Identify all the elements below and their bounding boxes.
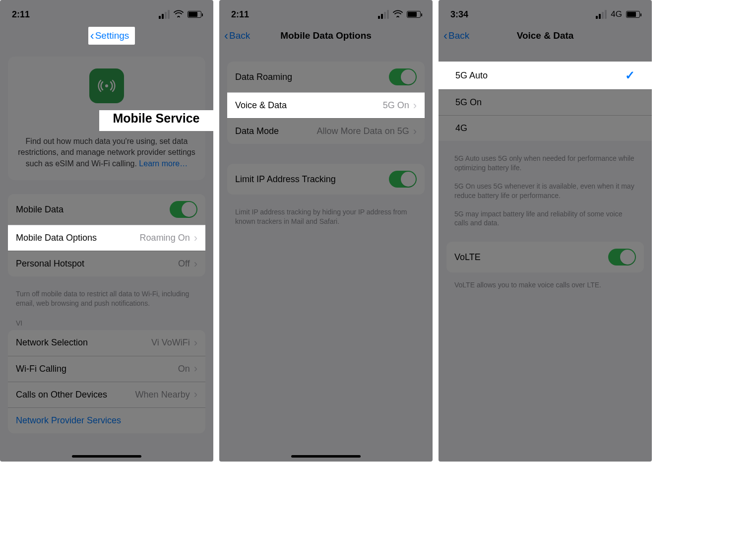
option-label: 4G	[455, 123, 635, 134]
personal-hotspot-value: Off	[178, 259, 190, 269]
option-5g-on[interactable]: 5G On	[439, 89, 652, 115]
volte-label: VoLTE	[454, 252, 608, 263]
status-bar: 2:11	[0, 0, 213, 25]
calls-other-label: Calls on Other Devices	[16, 390, 135, 400]
chevron-left-icon: ‹	[90, 30, 94, 42]
home-indicator	[72, 455, 141, 458]
data-roaming-label: Data Roaming	[235, 72, 389, 82]
hero-description: Find out how much data you're using, set…	[17, 136, 196, 169]
chevron-right-icon: ›	[194, 259, 197, 269]
nav-bar: ‹ Back Mobile Data Options	[219, 25, 433, 47]
footer-limit-ip: Limit IP address tracking by hiding your…	[219, 204, 433, 235]
learn-more-link[interactable]: Learn more…	[139, 159, 188, 168]
group-network: Network Selection Vi VoWiFi › Wi-Fi Call…	[8, 330, 205, 433]
mobile-data-label: Mobile Data	[16, 204, 170, 215]
data-mode-value: Allow More Data on 5G	[317, 126, 409, 136]
wifi-icon	[174, 10, 184, 19]
limit-ip-toggle[interactable]	[389, 171, 417, 188]
option-label: 5G On	[455, 97, 635, 108]
network-type: 4G	[611, 9, 622, 19]
back-label: Back	[448, 30, 469, 41]
hero-card: Mobile Service Find out how much data yo…	[8, 57, 205, 180]
chevron-right-icon: ›	[194, 337, 197, 348]
row-mobile-data-options[interactable]: Mobile Data Options Roaming On ›	[8, 225, 205, 251]
mobile-data-toggle[interactable]	[170, 201, 197, 218]
status-bar: 3:34 4G	[439, 0, 652, 25]
footer-volte: VoLTE allows you to make voice calls ove…	[439, 277, 652, 299]
calls-other-value: When Nearby	[135, 390, 190, 400]
option-5g-auto[interactable]: 5G Auto ✓	[439, 62, 652, 89]
home-indicator	[291, 455, 361, 458]
group-volte: VoLTE	[446, 242, 644, 272]
wifi-calling-value: On	[178, 364, 190, 374]
option-4g[interactable]: 4G	[439, 115, 652, 141]
network-provider-label: Network Provider Services	[16, 415, 197, 426]
chevron-left-icon: ‹	[224, 30, 228, 42]
panel-voice-and-data: 3:34 4G ‹ Back Voice & Data 5G Auto ✓ 5G…	[439, 0, 652, 462]
limit-ip-label: Limit IP Address Tracking	[235, 174, 389, 185]
chevron-right-icon: ›	[194, 233, 197, 244]
mobile-data-options-label: Mobile Data Options	[16, 233, 140, 243]
row-network-selection[interactable]: Network Selection Vi VoWiFi ›	[8, 330, 205, 356]
explain-5g-on: 5G On uses 5G whenever it is available, …	[439, 182, 652, 209]
clock: 2:11	[231, 9, 249, 20]
status-bar: 2:11	[219, 0, 433, 25]
group-limit-ip: Limit IP Address Tracking	[227, 164, 425, 195]
battery-icon	[188, 11, 201, 18]
row-calls-other-devices[interactable]: Calls on Other Devices When Nearby ›	[8, 382, 205, 407]
data-mode-label: Data Mode	[235, 126, 317, 136]
panel-mobile-service: 2:11 ‹ Settings Mobile Service Find out	[0, 0, 213, 462]
chevron-right-icon: ›	[413, 100, 417, 111]
row-wifi-calling[interactable]: Wi-Fi Calling On ›	[8, 356, 205, 382]
battery-icon	[626, 11, 640, 18]
page-title: Mobile Data Options	[280, 30, 372, 41]
data-roaming-toggle[interactable]	[389, 68, 417, 85]
explain-5g-impact: 5G may impact battery life and reliabili…	[439, 209, 652, 237]
option-label: 5G Auto	[455, 70, 625, 81]
network-selection-label: Network Selection	[16, 337, 151, 348]
row-network-provider-services[interactable]: Network Provider Services	[8, 407, 205, 433]
row-mobile-data[interactable]: Mobile Data	[8, 194, 205, 225]
panel-mobile-data-options: 2:11 ‹ Back Mobile Data Options Data Roa…	[219, 0, 433, 462]
network-selection-value: Vi VoWiFi	[151, 337, 190, 348]
back-label: Settings	[95, 30, 129, 41]
voice-data-value: 5G On	[383, 100, 409, 111]
chevron-right-icon: ›	[413, 126, 417, 137]
row-data-roaming[interactable]: Data Roaming	[227, 62, 425, 92]
wifi-calling-label: Wi-Fi Calling	[16, 364, 178, 374]
clock: 2:11	[12, 9, 30, 20]
chevron-left-icon: ‹	[443, 30, 447, 42]
battery-icon	[407, 11, 421, 18]
page-title: Voice & Data	[517, 30, 574, 41]
clock: 3:34	[450, 9, 468, 20]
back-label: Back	[229, 30, 250, 41]
row-personal-hotspot[interactable]: Personal Hotspot Off ›	[8, 251, 205, 276]
signal-icon	[378, 10, 389, 19]
row-data-mode[interactable]: Data Mode Allow More Data on 5G ›	[227, 118, 425, 144]
svg-point-0	[105, 84, 108, 87]
volte-toggle[interactable]	[608, 249, 636, 266]
chevron-right-icon: ›	[194, 389, 197, 400]
explain-5g-auto: 5G Auto uses 5G only when needed for per…	[439, 151, 652, 182]
row-volte[interactable]: VoLTE	[446, 242, 644, 272]
antenna-icon	[89, 68, 124, 103]
personal-hotspot-label: Personal Hotspot	[16, 259, 178, 269]
wifi-icon	[393, 10, 403, 19]
footer-mobile-data: Turn off mobile data to restrict all dat…	[0, 286, 213, 317]
section-header-vi: VI	[0, 317, 213, 330]
check-icon: ✓	[625, 68, 635, 82]
voice-data-label: Voice & Data	[235, 100, 383, 111]
chevron-right-icon: ›	[194, 363, 197, 374]
group-network-mode: 5G Auto ✓ 5G On 4G	[439, 62, 652, 141]
row-limit-ip[interactable]: Limit IP Address Tracking	[227, 164, 425, 195]
back-button[interactable]: ‹ Back	[224, 30, 250, 42]
nav-bar: ‹ Back Voice & Data	[439, 25, 652, 47]
back-button[interactable]: ‹ Back	[443, 30, 469, 42]
signal-icon	[159, 10, 170, 19]
signal-icon	[596, 10, 607, 19]
group-mobile-data: Mobile Data Mobile Data Options Roaming …	[8, 194, 205, 276]
row-voice-data[interactable]: Voice & Data 5G On ›	[227, 92, 425, 118]
back-button[interactable]: ‹ Settings	[88, 27, 135, 45]
page-title: Mobile Service	[113, 111, 199, 126]
mobile-data-options-value: Roaming On	[140, 233, 190, 243]
